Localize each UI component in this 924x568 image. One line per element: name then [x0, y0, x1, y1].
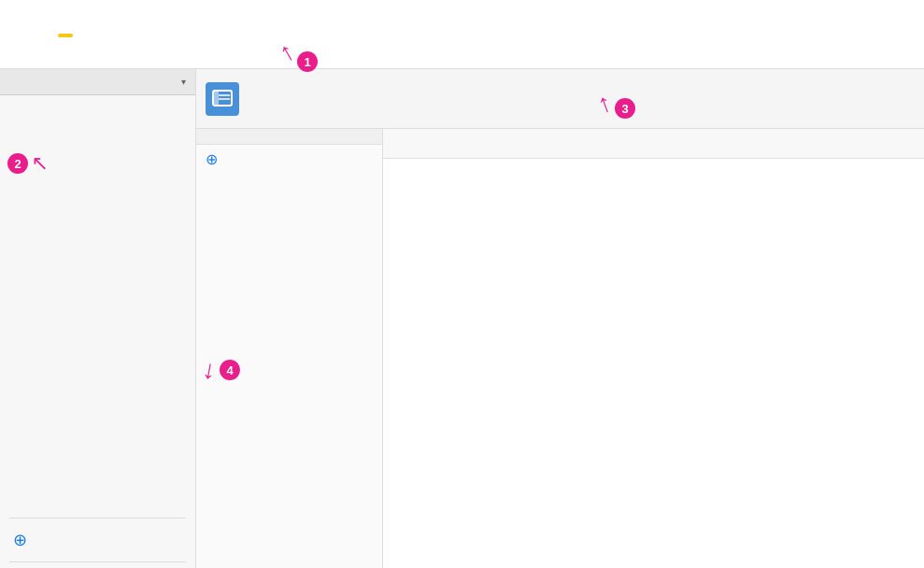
sidebar-divider [9, 518, 186, 518]
new-site-button[interactable]: ⊕ [0, 524, 195, 556]
site-selector[interactable]: ▾ [0, 69, 195, 95]
site-icon [206, 82, 239, 116]
select-plan-button[interactable] [58, 34, 73, 37]
file-list-header [196, 129, 382, 145]
code-editor-header [383, 129, 924, 159]
left-sidebar: ▾ ⊕ [0, 69, 196, 568]
site-info [247, 98, 907, 99]
svg-rect-1 [213, 91, 219, 106]
sidebar-nav [0, 95, 195, 512]
content-toolbar [196, 69, 924, 129]
top-bar [0, 0, 924, 69]
file-list-panel: ⊕ [196, 129, 383, 568]
logo-area [9, 32, 121, 37]
code-content[interactable] [383, 159, 924, 568]
plus-icon-2: ⊕ [206, 150, 218, 168]
file-area: ⊕ [196, 129, 924, 568]
plus-icon: ⊕ [13, 530, 27, 550]
sidebar-divider-2 [9, 561, 186, 562]
code-editor [383, 129, 924, 568]
content-area: ⊕ [196, 69, 924, 568]
new-file-button[interactable]: ⊕ [196, 145, 382, 174]
main-layout: ▾ ⊕ [0, 69, 924, 568]
chevron-down-icon: ▾ [181, 77, 186, 87]
